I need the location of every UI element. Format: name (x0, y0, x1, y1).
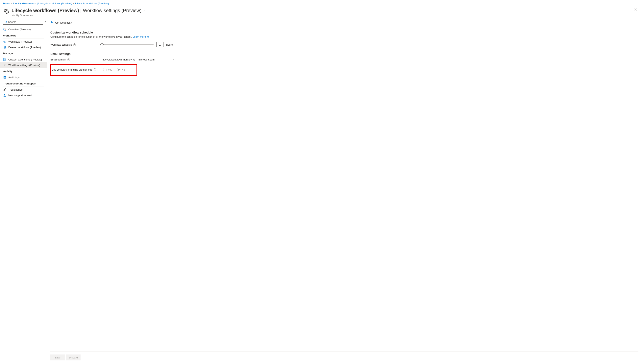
chevron-right-icon: › (73, 2, 74, 5)
overview-icon (3, 28, 6, 31)
svg-point-1 (5, 21, 7, 22)
discard-button[interactable]: Discard (66, 354, 81, 360)
schedule-value-input[interactable] (156, 42, 164, 48)
branding-highlight: Use company branding banner logo i Yes N… (50, 64, 137, 76)
slider-thumb[interactable] (100, 43, 104, 46)
svg-point-4 (4, 65, 5, 66)
breadcrumb-home[interactable]: Home (3, 2, 10, 5)
feedback-label: Got feedback? (55, 21, 72, 24)
chevron-right-icon: › (11, 2, 12, 5)
page-subtitle: Identity Governance (12, 14, 633, 17)
sidebar-item-custom-extensions[interactable]: Custom extensions (Preview) (0, 57, 47, 62)
svg-rect-7 (4, 77, 6, 78)
branding-radio-no[interactable]: No (117, 68, 125, 71)
breadcrumb-identity-governance[interactable]: Identity Governance | Lifecycle workflow… (13, 2, 72, 5)
schedule-title: Customize workflow schedule (50, 31, 638, 34)
sidebar-item-label: New support request (8, 94, 32, 97)
sidebar-item-label: Troubleshoot (8, 88, 23, 91)
schedule-slider[interactable] (102, 44, 154, 45)
search-icon (5, 20, 7, 23)
sidebar-group-manage: Manage (0, 50, 47, 56)
schedule-desc: Configure the schedule for execution of … (50, 35, 638, 38)
sidebar-group-workflows: Workflows (0, 32, 47, 38)
breadcrumb: Home › Identity Governance | Lifecycle w… (0, 0, 642, 6)
sidebar: « Overview (Preview) Workflows Workflows… (0, 19, 47, 363)
svg-point-11 (52, 22, 53, 22)
close-button[interactable] (633, 6, 639, 13)
search-input[interactable] (8, 20, 42, 24)
save-button[interactable]: Save (50, 354, 65, 360)
sidebar-item-new-support-request[interactable]: New support request (0, 92, 47, 98)
gear-small-icon (3, 64, 6, 66)
gear-icon (3, 8, 10, 14)
radio-label: No (122, 68, 125, 71)
info-icon[interactable]: i (94, 68, 96, 71)
workflow-icon (3, 40, 6, 43)
external-link-icon (147, 36, 149, 38)
info-icon[interactable]: i (67, 58, 70, 61)
schedule-label: Workflow schedule i (50, 43, 102, 46)
wrench-icon (3, 88, 6, 91)
sidebar-item-troubleshoot[interactable]: Troubleshoot (0, 87, 47, 92)
svg-rect-3 (4, 59, 5, 60)
support-person-icon (3, 94, 6, 97)
email-domain-select[interactable]: microsoft.com (137, 57, 176, 62)
chevron-down-icon (173, 58, 175, 61)
sidebar-item-label: Workflow settings (Preview) (8, 64, 40, 66)
sidebar-item-overview[interactable]: Overview (Preview) (0, 26, 47, 32)
email-title: Email settings (50, 52, 638, 56)
page-header: Lifecycle workflows (Preview) | Workflow… (0, 6, 642, 19)
schedule-unit: hours (166, 43, 173, 46)
sidebar-search[interactable] (3, 19, 43, 24)
sidebar-group-activity: Activity (0, 68, 47, 74)
extension-icon (3, 58, 6, 61)
feedback-icon (50, 21, 54, 24)
email-domain-label: Email domain i (50, 58, 102, 61)
info-icon[interactable]: i (73, 44, 76, 46)
got-feedback-button[interactable]: Got feedback? (50, 21, 72, 24)
branding-radio-group: Yes No (103, 68, 125, 71)
svg-rect-6 (4, 77, 6, 77)
sidebar-item-audit-logs[interactable]: Audit logs (0, 74, 47, 80)
sidebar-item-label: Audit logs (8, 76, 20, 79)
sidebar-item-label: Deleted workflows (Preview) (8, 46, 41, 49)
more-icon[interactable]: ⋯ (144, 8, 147, 12)
sidebar-item-label: Workflows (Preview) (8, 40, 32, 43)
sidebar-item-workflow-settings[interactable]: Workflow settings (Preview) (0, 62, 47, 68)
branding-label: Use company branding banner logo i (52, 68, 103, 71)
radio-label: Yes (108, 68, 112, 71)
sidebar-group-support: Troubleshooting + Support (0, 80, 47, 86)
svg-point-0 (6, 10, 7, 12)
email-prefix: lifecycleworkflows-noreply @ (102, 58, 135, 61)
sidebar-item-label: Custom extensions (Preview) (8, 58, 42, 61)
sidebar-item-deleted-workflows[interactable]: Deleted workflows (Preview) (0, 44, 47, 50)
breadcrumb-lifecycle-workflows[interactable]: Lifecycle workflows (Preview) (75, 2, 109, 5)
page-title: Lifecycle workflows (Preview) | Workflow… (12, 7, 633, 14)
svg-point-9 (4, 94, 5, 95)
collapse-sidebar-icon[interactable]: « (45, 20, 46, 23)
sidebar-item-workflows[interactable]: Workflows (Preview) (0, 39, 47, 44)
log-icon (3, 76, 6, 79)
main-content: Got feedback? Customize workflow schedul… (47, 19, 642, 363)
sidebar-item-label: Overview (Preview) (8, 28, 31, 31)
footer-bar: Save Discard (50, 352, 638, 363)
learn-more-link[interactable]: Learn more (133, 35, 149, 38)
svg-point-10 (51, 22, 52, 22)
select-value: microsoft.com (139, 58, 155, 61)
branding-radio-yes[interactable]: Yes (103, 68, 112, 71)
trash-icon (3, 46, 6, 49)
